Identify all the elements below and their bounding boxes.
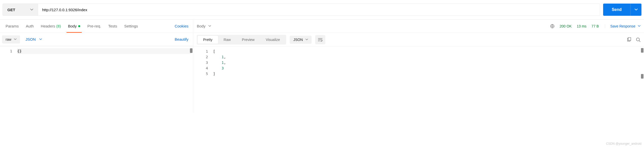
copy-icon[interactable] xyxy=(627,37,631,42)
tab-auth[interactable]: Auth xyxy=(22,20,37,33)
code-line: 1, xyxy=(213,60,642,65)
tab-body-label: Body xyxy=(68,24,77,28)
status-group: 200 OK 13 ms 77 B Save Response xyxy=(550,24,640,28)
response-lang-value: JSON xyxy=(293,38,303,42)
http-method-value: GET xyxy=(7,8,15,12)
chevron-down-icon xyxy=(635,9,638,11)
line-number: 1 xyxy=(0,48,12,54)
body-mode-select[interactable]: raw xyxy=(2,35,20,43)
send-button-group: Send xyxy=(603,4,641,16)
line-number: 1 xyxy=(193,49,208,54)
body-controls: raw JSON Beautify xyxy=(0,33,193,46)
body-mode-value: raw xyxy=(6,37,11,41)
tab-headers[interactable]: Headers (8) xyxy=(37,20,65,33)
line-number: 2 xyxy=(193,54,208,60)
editor-gutter: 1 2 3 4 5 xyxy=(193,47,211,113)
view-visualize[interactable]: Visualize xyxy=(260,36,285,44)
scrollbar-thumb[interactable] xyxy=(190,48,192,53)
editor-code[interactable]: {} xyxy=(15,46,193,87)
response-lang-select[interactable]: JSON xyxy=(290,36,311,44)
response-header: Body 200 OK 13 ms 77 B Save Response xyxy=(193,20,644,33)
globe-icon[interactable] xyxy=(550,24,555,28)
response-body-editor[interactable]: 1 2 3 4 5 [ 1, 1, 3 ] xyxy=(193,47,644,113)
chevron-down-icon xyxy=(14,38,17,40)
svg-point-3 xyxy=(636,38,639,41)
request-panel: Params Auth Headers (8) Body Pre-req. Te… xyxy=(0,20,193,113)
line-number: 5 xyxy=(193,71,208,77)
chevron-down-icon xyxy=(39,38,42,40)
search-icon[interactable] xyxy=(636,37,640,42)
chevron-down-icon xyxy=(305,39,308,40)
request-tabs: Params Auth Headers (8) Body Pre-req. Te… xyxy=(0,20,193,33)
body-lang-value: JSON xyxy=(26,37,36,41)
view-preview[interactable]: Preview xyxy=(236,36,260,44)
chevron-down-icon xyxy=(638,25,640,27)
main-content: Params Auth Headers (8) Body Pre-req. Te… xyxy=(0,20,644,113)
wrap-lines-button[interactable] xyxy=(315,35,325,44)
view-pretty[interactable]: Pretty xyxy=(198,36,218,44)
scrollbar-thumb[interactable] xyxy=(641,74,643,79)
view-raw[interactable]: Raw xyxy=(218,36,236,44)
code-line: {} xyxy=(17,48,191,54)
scrollbar-thumb[interactable] xyxy=(641,48,643,53)
headers-count: (8) xyxy=(56,24,61,28)
send-options-button[interactable] xyxy=(630,4,641,16)
code-line: [ xyxy=(213,49,642,54)
svg-rect-2 xyxy=(628,37,631,40)
chevron-down-icon xyxy=(208,25,211,27)
url-input[interactable] xyxy=(38,4,600,16)
code-line: ] xyxy=(213,71,642,77)
request-body-editor[interactable]: 1 {} xyxy=(0,46,193,87)
response-controls: Pretty Raw Preview Visualize JSON xyxy=(193,33,644,47)
status-code: 200 OK xyxy=(560,24,572,28)
beautify-button[interactable]: Beautify xyxy=(175,37,188,41)
body-lang-select[interactable]: JSON xyxy=(26,37,42,41)
http-method-select[interactable]: GET xyxy=(3,4,38,16)
line-number: 3 xyxy=(193,60,208,65)
tab-body[interactable]: Body xyxy=(65,20,84,33)
send-button[interactable]: Send xyxy=(603,4,630,16)
code-line: 1, xyxy=(213,54,642,60)
tab-prereq[interactable]: Pre-req. xyxy=(84,20,105,33)
response-panel: Body 200 OK 13 ms 77 B Save Response Pre… xyxy=(193,20,644,113)
request-bar: GET Send xyxy=(0,0,644,20)
save-response-button[interactable]: Save Response xyxy=(605,24,640,28)
response-view-tabs: Pretty Raw Preview Visualize xyxy=(197,35,286,45)
save-response-label: Save Response xyxy=(610,24,635,28)
editor-code: [ 1, 1, 3 ] xyxy=(211,47,644,113)
cookies-link[interactable]: Cookies xyxy=(175,24,188,28)
tab-tests[interactable]: Tests xyxy=(105,20,121,33)
chevron-down-icon xyxy=(30,9,33,11)
response-section-label: Body xyxy=(197,24,205,28)
body-indicator-icon xyxy=(78,25,80,27)
response-section-select[interactable]: Body xyxy=(197,24,211,28)
tab-settings[interactable]: Settings xyxy=(121,20,141,33)
status-size: 77 B xyxy=(591,24,599,28)
tab-params[interactable]: Params xyxy=(2,20,22,33)
code-line: 3 xyxy=(213,65,642,71)
status-time: 13 ms xyxy=(577,24,586,28)
editor-gutter: 1 xyxy=(0,46,15,87)
line-number: 4 xyxy=(193,65,208,71)
response-tool-icons xyxy=(627,37,640,42)
tab-headers-label: Headers xyxy=(41,24,55,28)
